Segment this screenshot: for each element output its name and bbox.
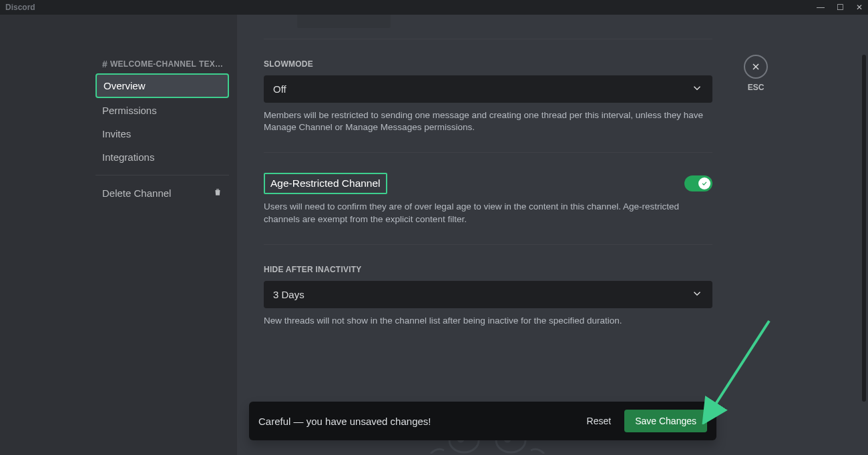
nav-permissions[interactable]: Permissions [95,99,229,121]
unsaved-changes-bar: Careful — you have unsaved changes! Rese… [249,402,716,440]
partial-section-top [264,15,712,33]
unsaved-message: Careful — you have unsaved changes! [258,416,431,427]
slowmode-value: Off [273,83,286,95]
nav-delete-channel[interactable]: Delete Channel [95,182,229,204]
chevron-down-icon [691,82,703,96]
unsaved-actions: Reset Save Changes [587,410,707,432]
hide-inactivity-value: 3 Days [273,289,304,300]
app-body: # WELCOME-CHANNEL TEX… Overview Permissi… [0,15,868,455]
section-rule [264,244,712,245]
hash-icon: # [102,59,107,69]
age-restricted-row: Age-Restricted Channel [264,173,712,194]
hide-inactivity-description: New threads will not show in the channel… [264,315,712,327]
age-restricted-toggle[interactable] [684,175,712,191]
reset-button[interactable]: Reset [587,416,612,426]
slowmode-section: Slowmode Off Members will be restricted … [264,59,712,133]
nav-permissions-label: Permissions [102,105,157,116]
sidebar-region: # WELCOME-CHANNEL TEX… Overview Permissi… [0,15,237,455]
window-controls: — ☐ ✕ [817,3,863,12]
content: Slowmode Off Members will be restricted … [237,15,739,394]
content-scroll[interactable]: Slowmode Off Members will be restricted … [237,15,868,455]
maximize-icon[interactable]: ☐ [837,3,844,12]
esc-label: ESC [748,83,765,92]
age-restricted-section: Age-Restricted Channel Users will need t… [264,173,712,225]
channel-header: # WELCOME-CHANNEL TEX… [95,55,229,73]
slowmode-description: Members will be restricted to sending on… [264,109,712,133]
close-settings-button[interactable] [744,55,768,79]
hide-inactivity-section: Hide After Inactivity 3 Days New threads… [264,265,712,327]
nav-invites-label: Invites [102,128,131,139]
settings-sidebar: # WELCOME-CHANNEL TEX… Overview Permissi… [95,55,229,455]
nav-overview-label: Overview [103,80,146,91]
app-title: Discord [5,3,35,12]
section-rule [264,152,712,153]
nav-invites[interactable]: Invites [95,123,229,145]
titlebar: Discord — ☐ ✕ [0,0,868,15]
save-changes-button[interactable]: Save Changes [624,410,707,432]
delete-channel-label: Delete Channel [102,187,171,199]
sidebar-divider [95,175,229,175]
nav-integrations[interactable]: Integrations [95,146,229,168]
nav-overview[interactable]: Overview [95,73,229,98]
hide-inactivity-select[interactable]: 3 Days [264,281,712,308]
slowmode-select[interactable]: Off [264,75,712,103]
trash-icon [213,187,222,199]
content-region: Slowmode Off Members will be restricted … [237,15,868,455]
slowmode-header: Slowmode [264,59,712,69]
nav-integrations-label: Integrations [102,151,154,163]
age-restricted-label: Age-Restricted Channel [264,173,387,194]
channel-name: WELCOME-CHANNEL [110,59,196,69]
minimize-icon[interactable]: — [817,3,825,12]
age-restricted-description: Users will need to confirm they are of o… [264,201,712,225]
section-rule [264,39,712,39]
chevron-down-icon [691,288,703,302]
esc-container: ESC [744,55,768,92]
channel-suffix: TEX… [199,59,223,69]
close-window-icon[interactable]: ✕ [856,3,863,12]
toggle-knob [698,177,710,189]
hide-inactivity-header: Hide After Inactivity [264,265,712,274]
